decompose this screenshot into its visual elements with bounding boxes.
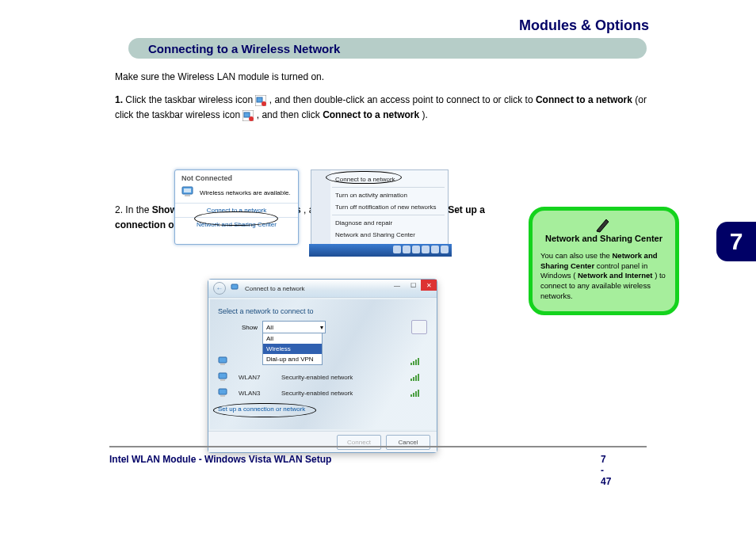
dropdown-option-dialup[interactable]: Dial-up and VPN (263, 354, 322, 364)
wireless-taskbar-icon-2 (242, 110, 254, 121)
svg-rect-10 (219, 357, 227, 363)
dialog-title: Connect to a network (245, 285, 305, 292)
svg-rect-12 (219, 373, 227, 379)
svg-rect-1 (257, 97, 262, 102)
ctx-notification[interactable]: Turn off notification of new networks (311, 201, 448, 213)
connect-to-network-bold-1: Connect to a network (536, 94, 632, 105)
footer-divider (109, 446, 647, 447)
ctx-sharing-center[interactable]: Network and Sharing Center (311, 229, 448, 241)
intro-line: Make sure the Wireless LAN module is tur… (115, 70, 647, 85)
svg-rect-11 (220, 364, 225, 365)
step1: 1. Click the taskbar wireless icon , and… (115, 93, 647, 123)
wireless-taskbar-icon (255, 95, 266, 106)
dropdown-list: All Wireless Dial-up and VPN (262, 333, 323, 365)
footer-text: Intel WLAN Module - Windows Vista WLAN S… (109, 454, 331, 465)
window-controls: — ☐ ✕ (389, 280, 437, 291)
refresh-button[interactable] (411, 320, 427, 334)
chevron-down-icon: ▾ (320, 324, 323, 331)
svg-rect-14 (219, 389, 227, 394)
not-connected-popup: Not Connected Wireless networks are avai… (174, 169, 299, 245)
network-item[interactable]: WLAN3 Security-enabled network (218, 385, 419, 401)
dialog-footer: Connect Cancel (208, 431, 437, 452)
signal-icon (410, 357, 419, 365)
circled-highlight-3 (213, 403, 316, 417)
svg-rect-4 (244, 112, 250, 117)
signal-icon (410, 373, 419, 381)
svg-point-5 (249, 116, 254, 121)
show-bold: Show (152, 204, 178, 215)
chapter-tab: 7 (716, 222, 756, 261)
nc-message: Wireless networks are available. (200, 189, 291, 196)
close-button[interactable]: ✕ (421, 280, 437, 291)
back-icon[interactable]: ← (213, 282, 226, 295)
dropdown-option-all[interactable]: All (263, 333, 322, 344)
svg-rect-15 (220, 395, 225, 397)
section-title-bar: Connecting to a Wireless Network (128, 38, 647, 59)
nc-title: Not Connected (175, 170, 298, 182)
step2-number: 2. (115, 204, 123, 215)
note-body: You can also use the Network and Sharing… (540, 251, 667, 302)
connect-network-dialog: ← Connect to a network — ☐ ✕ Select a ne… (208, 279, 437, 453)
minimize-button[interactable]: — (389, 280, 405, 291)
section-title: Connecting to a Wireless Network (148, 42, 340, 55)
circled-highlight-2 (326, 171, 402, 184)
network-icon (231, 283, 240, 294)
context-menu-popup: Connect to a network Turn on activity an… (311, 169, 447, 245)
svg-rect-13 (220, 379, 225, 381)
intro-and-step1: Make sure the Wireless LAN module is tur… (115, 70, 647, 124)
show-label: Show (242, 324, 258, 331)
circled-highlight-1 (194, 211, 278, 226)
note-callout: Network and Sharing Center You can also … (529, 207, 679, 315)
step1-number: 1. (115, 94, 123, 105)
svg-point-2 (262, 101, 266, 106)
signal-icon (410, 389, 419, 397)
network-item[interactable]: WLAN7 Security-enabled network (218, 369, 419, 385)
dialog-heading: Select a network to connect to (218, 307, 427, 315)
page-number: 7 - 47 (601, 454, 611, 487)
connect-to-network-bold-2: Connect to a network (323, 109, 419, 120)
pencil-icon (595, 217, 613, 236)
ctx-diagnose[interactable]: Diagnose and repair (311, 217, 448, 229)
taskbar-stub (309, 244, 452, 257)
show-dropdown[interactable]: All ▾ All Wireless Dial-up and VPN (262, 321, 326, 333)
svg-rect-8 (185, 195, 190, 196)
network-item-icon (218, 387, 232, 398)
dropdown-option-wireless[interactable]: Wireless (263, 344, 322, 354)
figure-row-popups: Not Connected Wireless networks are avai… (174, 169, 447, 245)
computer-icon (181, 185, 196, 200)
section-header: Modules & Options (0, 0, 756, 38)
ctx-animation[interactable]: Turn on activity animation (311, 189, 448, 201)
maximize-button[interactable]: ☐ (405, 280, 421, 291)
network-item-icon (218, 356, 232, 367)
svg-rect-7 (184, 188, 191, 192)
dialog-titlebar: ← Connect to a network — ☐ ✕ (208, 280, 437, 298)
tray-icons (393, 246, 449, 253)
svg-rect-9 (231, 284, 238, 289)
network-item-icon (218, 371, 232, 383)
